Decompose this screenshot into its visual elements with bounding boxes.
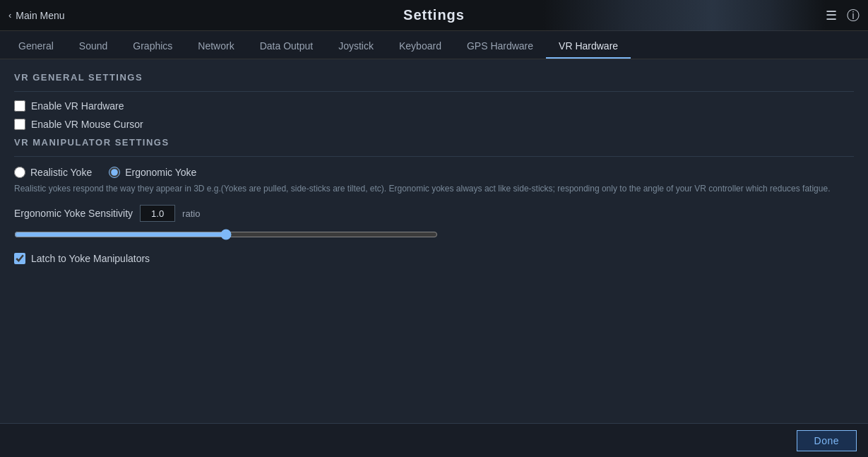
help-icon[interactable]: ⓘ <box>847 7 860 24</box>
header-background <box>543 0 826 31</box>
enable-vr-mouse-row: Enable VR Mouse Cursor <box>14 119 854 130</box>
slider-container <box>14 229 854 243</box>
enable-vr-hardware-label[interactable]: Enable VR Hardware <box>31 100 124 112</box>
page-title: Settings <box>403 7 465 23</box>
tab-data-output[interactable]: Data Output <box>247 35 326 59</box>
ergonomic-yoke-label: Ergonomic Yoke <box>125 167 196 178</box>
tab-vr-hardware[interactable]: VR Hardware <box>546 35 631 59</box>
sensitivity-row: Ergonomic Yoke Sensitivity ratio <box>14 205 854 222</box>
sensitivity-slider[interactable] <box>14 229 438 240</box>
tab-general[interactable]: General <box>6 35 66 59</box>
vr-general-section-title: VR GENERAL SETTINGS <box>14 72 854 83</box>
header: ‹ Main Menu Settings ☰ ⓘ <box>0 0 868 31</box>
ergonomic-yoke-radio[interactable] <box>109 167 120 178</box>
yoke-type-radio-row: Realistic Yoke Ergonomic Yoke <box>14 167 854 178</box>
back-label: Main Menu <box>16 10 64 21</box>
yoke-description: Realistic yokes respond the way they app… <box>14 182 854 195</box>
tab-joystick[interactable]: Joystick <box>326 35 386 59</box>
tab-network[interactable]: Network <box>185 35 246 59</box>
divider-2 <box>14 156 854 157</box>
vr-manipulator-section: VR MANIPULATOR SETTINGS Realistic Yoke E… <box>14 137 854 264</box>
ratio-label: ratio <box>182 208 200 219</box>
tab-sound[interactable]: Sound <box>66 35 120 59</box>
chevron-left-icon: ‹ <box>8 10 11 20</box>
realistic-yoke-label: Realistic Yoke <box>30 167 92 178</box>
header-actions: ☰ ⓘ <box>826 7 860 24</box>
realistic-yoke-option[interactable]: Realistic Yoke <box>14 167 92 178</box>
done-button[interactable]: Done <box>797 430 857 451</box>
main-content: VR GENERAL SETTINGS Enable VR Hardware E… <box>0 59 868 277</box>
vr-manipulator-section-title: VR MANIPULATOR SETTINGS <box>14 137 854 148</box>
mixer-icon[interactable]: ☰ <box>826 8 837 23</box>
latch-label[interactable]: Latch to Yoke Manipulators <box>31 253 150 264</box>
ergonomic-yoke-option[interactable]: Ergonomic Yoke <box>109 167 196 178</box>
tab-keyboard[interactable]: Keyboard <box>386 35 454 59</box>
enable-vr-mouse-label[interactable]: Enable VR Mouse Cursor <box>31 119 143 130</box>
latch-checkbox[interactable] <box>14 253 25 264</box>
enable-vr-hardware-checkbox[interactable] <box>14 100 25 112</box>
enable-vr-mouse-checkbox[interactable] <box>14 119 25 130</box>
tab-graphics[interactable]: Graphics <box>120 35 185 59</box>
sensitivity-label: Ergonomic Yoke Sensitivity <box>14 208 133 219</box>
back-button[interactable]: ‹ Main Menu <box>8 10 65 21</box>
divider-1 <box>14 91 854 92</box>
latch-row: Latch to Yoke Manipulators <box>14 253 854 264</box>
realistic-yoke-radio[interactable] <box>14 167 25 178</box>
tabs-bar: General Sound Graphics Network Data Outp… <box>0 31 868 59</box>
enable-vr-hardware-row: Enable VR Hardware <box>14 100 854 112</box>
footer: Done <box>0 423 868 457</box>
tab-gps-hardware[interactable]: GPS Hardware <box>454 35 546 59</box>
sensitivity-value-input[interactable] <box>140 205 175 222</box>
